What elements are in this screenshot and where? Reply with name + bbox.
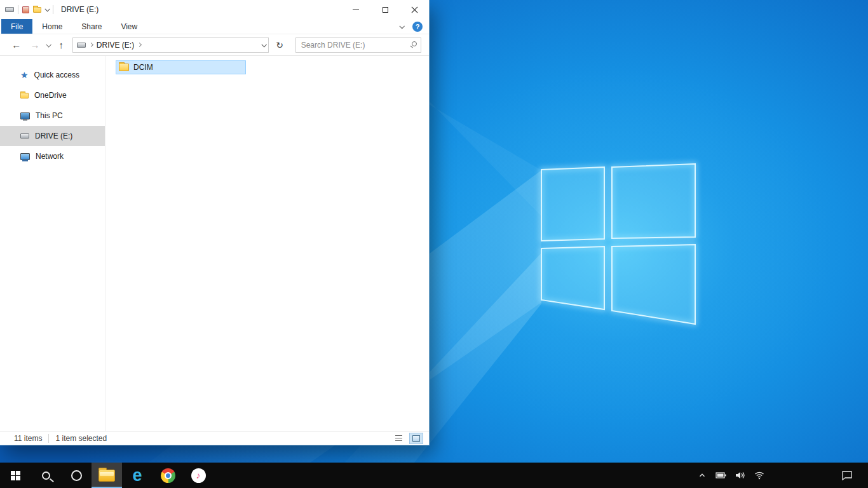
maximize-icon (383, 7, 388, 13)
navigation-bar: ← → ↑ DRIVE (E:) ↻ (0, 34, 429, 56)
sidebar-item-drive-e[interactable]: DRIVE (E:) (0, 126, 105, 146)
taskbar-file-explorer-button[interactable] (92, 463, 122, 488)
system-tray (695, 463, 766, 488)
window-title: DRIVE (E:) (61, 5, 98, 14)
details-view-icon (395, 435, 402, 441)
sidebar-item-label: DRIVE (E:) (35, 132, 72, 140)
back-button[interactable]: ← (9, 39, 24, 50)
status-bar: 11 items 1 item selected (0, 431, 429, 445)
battery-icon (715, 471, 727, 480)
minimize-icon (353, 10, 359, 10)
drive-icon (20, 133, 29, 139)
chrome-icon (161, 468, 175, 483)
taskbar-internet-explorer-button[interactable]: e (122, 463, 153, 488)
chevron-up-icon (698, 471, 707, 480)
tab-view[interactable]: View (111, 19, 147, 34)
breadcrumb-root[interactable]: DRIVE (E:) (97, 41, 134, 50)
status-separator (48, 434, 49, 443)
qat-properties-icon[interactable] (22, 6, 29, 13)
action-center-button[interactable] (835, 463, 859, 488)
sidebar-item-label: This PC (36, 111, 63, 120)
file-explorer-window: DRIVE (E:) File Home Share View ? ← → ↑ … (0, 0, 429, 445)
action-center-icon (841, 470, 853, 480)
volume-button[interactable] (733, 463, 747, 488)
titlebar[interactable]: DRIVE (E:) (0, 0, 429, 19)
network-status-button[interactable] (752, 463, 766, 488)
network-icon (20, 153, 30, 160)
taskbar-cortana-button[interactable] (61, 463, 92, 488)
maximize-button[interactable] (370, 0, 400, 19)
taskbar-itunes-button[interactable]: ♪ (183, 463, 214, 488)
show-hidden-icons-button[interactable] (695, 463, 709, 488)
close-button[interactable] (400, 0, 429, 19)
sidebar-item-label: OneDrive (34, 91, 67, 100)
breadcrumb-separator-icon (89, 43, 93, 47)
details-view-button[interactable] (392, 433, 405, 444)
search-input[interactable] (295, 37, 421, 53)
status-item-count: 11 items (14, 434, 42, 443)
close-icon (411, 6, 418, 13)
wifi-icon (754, 471, 764, 480)
folder-icon (119, 64, 129, 71)
qat-new-folder-icon[interactable] (33, 7, 41, 13)
star-icon: ★ (20, 71, 29, 79)
large-icons-view-button[interactable] (410, 433, 423, 444)
tab-share[interactable]: Share (72, 19, 111, 34)
sidebar-item-label: Network (36, 152, 64, 161)
forward-button[interactable]: → (27, 39, 42, 50)
refresh-button[interactable]: ↻ (273, 37, 286, 53)
status-selection-count: 1 item selected (55, 434, 107, 443)
breadcrumb-separator-icon[interactable] (137, 43, 142, 47)
toolbar-separator (18, 5, 18, 14)
search-icon (42, 471, 50, 480)
quick-access-toolbar: DRIVE (E:) (5, 5, 98, 14)
sidebar-item-network[interactable]: Network (0, 146, 105, 166)
speaker-icon (735, 471, 745, 480)
qat-customize-chevron-icon[interactable] (44, 6, 50, 11)
taskbar-search-button[interactable] (31, 463, 61, 488)
file-list-area[interactable]: DCIM (105, 56, 429, 431)
windows-logo-icon (11, 471, 20, 480)
onedrive-folder-icon (20, 93, 29, 98)
recent-locations-chevron-icon[interactable] (46, 42, 51, 47)
this-pc-icon (20, 112, 30, 119)
window-drive-icon (5, 7, 14, 12)
address-bar[interactable]: DRIVE (E:) (72, 37, 269, 53)
battery-status-button[interactable] (714, 463, 728, 488)
sidebar-item-label: Quick access (34, 71, 79, 79)
cortana-icon (71, 470, 82, 481)
file-explorer-icon (98, 470, 115, 482)
toolbar-separator (53, 5, 53, 14)
itunes-icon: ♪ (191, 468, 206, 483)
file-item-label: DCIM (133, 63, 153, 72)
tab-file[interactable]: File (1, 19, 32, 34)
ribbon-collapse-chevron-icon[interactable] (399, 24, 404, 29)
window-controls (341, 0, 429, 19)
large-icons-view-icon (412, 435, 420, 442)
address-drive-icon (77, 43, 86, 48)
start-button[interactable] (0, 463, 31, 488)
sidebar-item-onedrive[interactable]: OneDrive (0, 85, 105, 105)
address-dropdown-chevron-icon[interactable] (262, 42, 267, 47)
taskbar-chrome-button[interactable] (153, 463, 183, 488)
tab-home[interactable]: Home (32, 19, 72, 34)
sidebar-item-quick-access[interactable]: ★ Quick access (0, 65, 105, 85)
minimize-button[interactable] (341, 0, 370, 19)
help-icon[interactable]: ? (412, 22, 423, 32)
file-item-dcim[interactable]: DCIM (116, 60, 246, 74)
up-button[interactable]: ↑ (54, 39, 69, 50)
search-box (295, 37, 421, 53)
navigation-pane: ★ Quick access OneDrive This PC DRIVE (E… (0, 56, 105, 431)
search-icon[interactable] (412, 41, 417, 46)
taskbar: e ♪ (0, 463, 868, 488)
sidebar-item-this-pc[interactable]: This PC (0, 105, 105, 126)
internet-explorer-icon: e (132, 467, 142, 484)
ribbon-tab-bar: File Home Share View ? (0, 19, 429, 34)
